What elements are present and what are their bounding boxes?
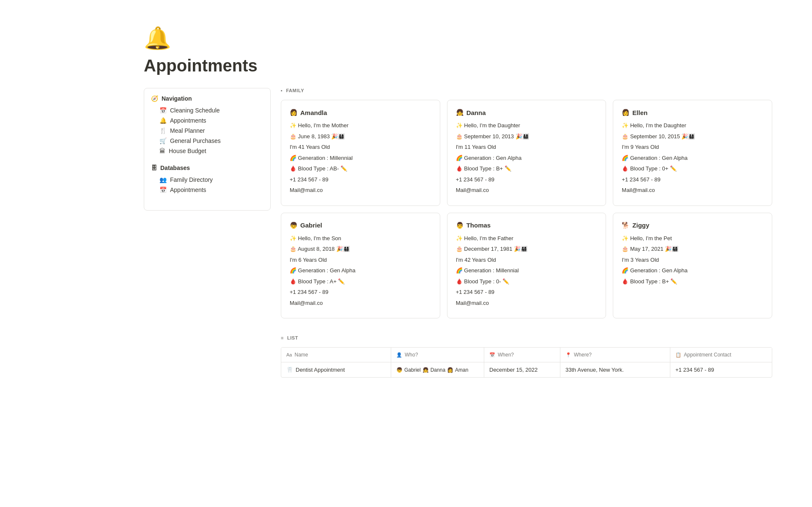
col-label-1: Who? xyxy=(405,352,418,358)
row-icon-0: 🦷 xyxy=(286,367,293,373)
card-role-1: ✨ Hello, I'm the Daughter xyxy=(456,121,598,130)
card-generation-1: 🌈 Generation : Gen Alpha xyxy=(456,154,598,162)
row-name-text-0: Dentist Appointment xyxy=(296,367,345,373)
nav-label: Navigation xyxy=(162,95,192,102)
list-section: ≡ LIST AaName👤Who?📅When?📍Where?📋Appointm… xyxy=(281,335,772,378)
card-name-3: 👦 Gabriel xyxy=(290,222,431,229)
appointments-icon: 🔔 xyxy=(159,117,167,124)
card-name-4: 👨 Thomas xyxy=(456,222,598,229)
card-name-text-4: Thomas xyxy=(466,222,491,229)
card-email-0: Mail@mail.co xyxy=(290,186,431,195)
sidebar-item-family-directory[interactable]: 👥 Family Directory xyxy=(151,175,263,185)
page-title: Appointments xyxy=(144,56,668,75)
card-birthday-3: 🎂 August 8, 2018 🎉👨‍👩‍👧‍👦 xyxy=(290,245,431,253)
who-name-0-2: Aman xyxy=(455,367,468,373)
card-name-5: 🐕 Ziggy xyxy=(622,222,763,229)
card-birthday-2: 🎂 September 10, 2015 🎉👨‍👩‍👧‍👦 xyxy=(622,132,763,141)
card-blood-3: 🩸 Blood Type : A+ ✏️ xyxy=(290,277,431,286)
family-section-header: ▪ FAMILY xyxy=(281,88,772,93)
sidebar-appointments-label: Appointments xyxy=(170,117,206,124)
sidebar-item-meal[interactable]: 🍴 Meal Planner xyxy=(151,126,263,136)
card-emoji-0: 👩 xyxy=(290,109,298,116)
card-phone-4: +1 234 567 - 89 xyxy=(456,288,598,296)
card-name-text-0: Amandla xyxy=(300,109,327,116)
sidebar-item-cleaning[interactable]: 📅 Cleaning Schedule xyxy=(151,105,263,115)
sidebar-item-purchases[interactable]: 🛒 General Purchases xyxy=(151,136,263,146)
card-name-1: 👧 Danna xyxy=(456,109,598,116)
card-phone-1: +1 234 567 - 89 xyxy=(456,175,598,184)
family-header-icon: ▪ xyxy=(281,88,283,93)
family-card-3[interactable]: 👦 Gabriel ✨ Hello, I'm the Son🎂 August 8… xyxy=(281,213,440,319)
card-name-2: 👩 Ellen xyxy=(622,109,763,116)
card-blood-1: 🩸 Blood Type : B+ ✏️ xyxy=(456,164,598,173)
card-role-5: ✨ Hello, I'm the Pet xyxy=(622,234,763,243)
card-age-0: I'm 41 Years Old xyxy=(290,143,431,151)
table-header-cell-2: 📅When? xyxy=(484,348,560,362)
col-label-2: When? xyxy=(498,352,514,358)
table-header-cell-1: 👤Who? xyxy=(391,348,484,362)
family-card-5[interactable]: 🐕 Ziggy ✨ Hello, I'm the Pet🎂 May 17, 20… xyxy=(613,213,772,319)
appointments-table: AaName👤Who?📅When?📍Where?📋Appointment Con… xyxy=(281,347,772,378)
card-email-3: Mail@mail.co xyxy=(290,299,431,307)
family-card-1[interactable]: 👧 Danna ✨ Hello, I'm the Daughter🎂 Septe… xyxy=(447,100,606,206)
card-age-4: I'm 42 Years Old xyxy=(456,256,598,264)
db-icon: 🗄 xyxy=(151,164,157,171)
card-name-text-2: Ellen xyxy=(632,109,647,116)
card-role-3: ✨ Hello, I'm the Son xyxy=(290,234,431,243)
table-header-cell-3: 📍Where? xyxy=(560,348,670,362)
card-email-1: Mail@mail.co xyxy=(456,186,598,195)
card-emoji-2: 👩 xyxy=(622,109,630,116)
table-body: 🦷Dentist Appointment👦Gabriel👧Danna👩AmanD… xyxy=(281,362,772,377)
row-contact-0: +1 234 567 - 89 xyxy=(670,362,772,377)
who-name-0-1: Danna xyxy=(431,367,445,373)
when-text-0: December 15, 2022 xyxy=(489,367,538,373)
db-appointments-icon: 📅 xyxy=(159,186,167,193)
page-icon: 🔔 xyxy=(144,25,668,51)
who-emoji-0-1: 👧 xyxy=(422,367,429,373)
where-text-0: 33th Avenue, New York. xyxy=(565,367,624,373)
family-header-label: FAMILY xyxy=(286,88,304,93)
db-section: 🗄 Databases 👥 Family Directory 📅 Appoint… xyxy=(151,164,263,195)
card-blood-5: 🩸 Blood Type : B+ ✏️ xyxy=(622,277,763,286)
content-layout: 🧭 Navigation 📅 Cleaning Schedule 🔔 Appoi… xyxy=(144,88,668,378)
card-role-0: ✨ Hello, I'm the Mother xyxy=(290,121,431,130)
table-row-0[interactable]: 🦷Dentist Appointment👦Gabriel👧Danna👩AmanD… xyxy=(281,362,772,377)
card-age-5: I'm 3 Years Old xyxy=(622,256,763,264)
col-label-3: Where? xyxy=(574,352,592,358)
who-chip-0-2: 👩Aman xyxy=(447,367,468,373)
cleaning-icon: 📅 xyxy=(159,107,167,114)
col-icon-1: 👤 xyxy=(396,352,402,358)
card-blood-0: 🩸 Blood Type : AB- ✏️ xyxy=(290,164,431,173)
db-header: 🗄 Databases xyxy=(151,164,263,171)
card-generation-3: 🌈 Generation : Gen Alpha xyxy=(290,266,431,275)
family-card-4[interactable]: 👨 Thomas ✨ Hello, I'm the Father🎂 Decemb… xyxy=(447,213,606,319)
sidebar: 🧭 Navigation 📅 Cleaning Schedule 🔔 Appoi… xyxy=(144,88,271,211)
table-header-cell-0: AaName xyxy=(281,348,391,362)
family-directory-icon: 👥 xyxy=(159,176,167,183)
contact-text-0: +1 234 567 - 89 xyxy=(675,367,714,373)
card-phone-2: +1 234 567 - 89 xyxy=(622,175,763,184)
who-chip-0-0: 👦Gabriel xyxy=(396,367,421,373)
sidebar-item-db-appointments[interactable]: 📅 Appointments xyxy=(151,185,263,195)
sidebar-item-budget[interactable]: 🏛 House Budget xyxy=(151,146,263,156)
card-generation-5: 🌈 Generation : Gen Alpha xyxy=(622,266,763,275)
list-header-label: LIST xyxy=(287,335,298,340)
card-emoji-1: 👧 xyxy=(456,109,464,116)
purchases-icon: 🛒 xyxy=(159,137,167,144)
card-birthday-1: 🎂 September 10, 2013 🎉👨‍👩‍👧‍👦 xyxy=(456,132,598,141)
card-emoji-5: 🐕 xyxy=(622,222,630,229)
row-where-0: 33th Avenue, New York. xyxy=(560,362,670,377)
family-card-0[interactable]: 👩 Amandla ✨ Hello, I'm the Mother🎂 June … xyxy=(281,100,440,206)
card-age-3: I'm 6 Years Old xyxy=(290,256,431,264)
nav-section: 🧭 Navigation 📅 Cleaning Schedule 🔔 Appoi… xyxy=(151,95,263,156)
card-phone-3: +1 234 567 - 89 xyxy=(290,288,431,296)
family-card-2[interactable]: 👩 Ellen ✨ Hello, I'm the Daughter🎂 Septe… xyxy=(613,100,772,206)
who-emoji-0-0: 👦 xyxy=(396,367,403,373)
sidebar-item-appointments[interactable]: 🔔 Appointments xyxy=(151,115,263,126)
col-icon-0: Aa xyxy=(286,352,292,357)
sidebar-budget-label: House Budget xyxy=(169,148,206,154)
card-blood-4: 🩸 Blood Type : 0- ✏️ xyxy=(456,277,598,286)
family-grid: 👩 Amandla ✨ Hello, I'm the Mother🎂 June … xyxy=(281,100,772,318)
sidebar-purchases-label: General Purchases xyxy=(170,137,221,144)
card-emoji-3: 👦 xyxy=(290,222,298,229)
